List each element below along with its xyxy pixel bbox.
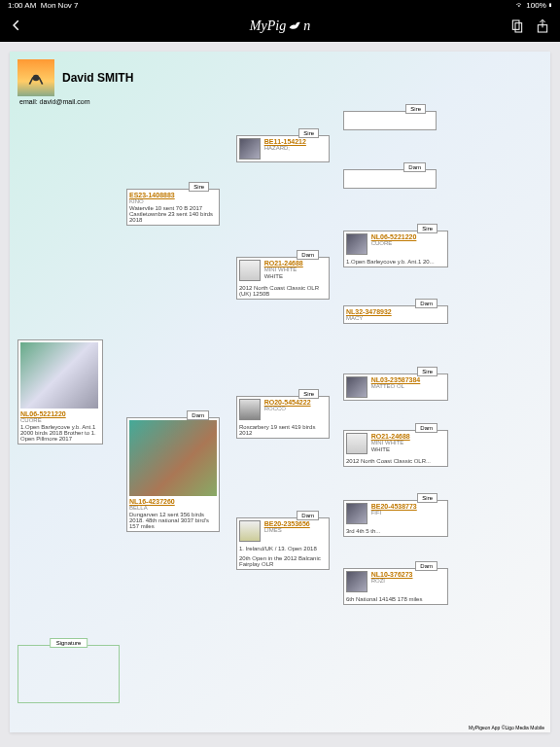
- ring-link[interactable]: ES23-1408883: [129, 192, 217, 198]
- app-logo: MyPig n: [250, 18, 310, 34]
- pigeon-image: [239, 138, 261, 160]
- sss3-card[interactable]: Sire: [343, 111, 437, 130]
- ring-link[interactable]: NL32-3478932: [346, 308, 445, 315]
- ring-link[interactable]: NL03-23587384: [371, 376, 421, 383]
- dd2-card[interactable]: Dam BE20-2353656 LIMES 1. Ireland/UK / 1…: [236, 517, 330, 570]
- pigeon-image: [346, 233, 368, 255]
- dam1-card[interactable]: Dam NL16-4237260 BELLA Dungarven 12 sent…: [126, 417, 220, 532]
- ring-link[interactable]: RO21-24688: [264, 260, 323, 267]
- signature-box[interactable]: Signature: [18, 645, 120, 703]
- pigeon-image: [20, 342, 98, 409]
- dsd3-card[interactable]: Dam RO21-24688 MINI WHITE WHITE 2012 Nor…: [343, 430, 448, 467]
- dss3-card[interactable]: Sire NL03-23587384 MATTEO OL: [343, 374, 448, 401]
- nav-bar: MyPig n: [0, 11, 560, 42]
- ring-link[interactable]: NL06-5221220: [20, 410, 100, 417]
- dds3-card[interactable]: Sire BE20-4538773 FIFI 3rd 4th 5 th...: [343, 500, 448, 537]
- share-icon[interactable]: [535, 18, 550, 34]
- pigeon-image: [346, 376, 368, 398]
- ssd3-card[interactable]: Dam: [343, 169, 437, 189]
- profile-email: email: david@mail.com: [19, 98, 542, 105]
- sds3-card[interactable]: Sire NL06-5221220 CUORE 1.Open Barleycov…: [343, 231, 448, 267]
- status-time: 1:00 AM: [8, 1, 36, 10]
- sdd3-card[interactable]: Dam NL32-3478932 MACY: [343, 305, 448, 324]
- pigeon-image: [346, 503, 368, 524]
- ring-link[interactable]: BE20-4538773: [371, 503, 417, 510]
- avatar: [18, 59, 54, 96]
- sd2-card[interactable]: Dam RO21-24688 MINI WHITE WHITE 2012 Nor…: [236, 257, 330, 300]
- ring-link[interactable]: RO20-5454222: [264, 399, 311, 406]
- ring-link[interactable]: BE11-154212: [264, 138, 306, 145]
- pigeon-image: [346, 571, 368, 592]
- profile-header: David SMITH: [18, 59, 542, 96]
- ddd3-card[interactable]: Dam NL10-376273 ROZI 6th National 1414B …: [343, 568, 448, 605]
- ring-link[interactable]: NL06-5221220: [371, 233, 417, 240]
- pigeon-image: [239, 399, 261, 420]
- status-date: Mon Nov 7: [41, 1, 79, 10]
- pigeon-image: [239, 260, 261, 281]
- ring-link[interactable]: NL10-376273: [371, 571, 413, 578]
- ds2-card[interactable]: Sire RO20-5454222 ROCCO Roscarbery 19 se…: [236, 396, 330, 439]
- footer-text: MyPigeon App ©Ligo Media Mobile: [469, 725, 544, 730]
- profile-name: David SMITH: [62, 71, 133, 85]
- pigeon-image: [239, 520, 261, 542]
- back-button[interactable]: [10, 17, 23, 37]
- ss2-card[interactable]: Sire BE11-154212 HAZARD;: [236, 135, 330, 162]
- ring-link[interactable]: BE20-2353656: [264, 520, 310, 527]
- pedigree-page: David SMITH email: david@mail.com NL06-5…: [10, 52, 550, 732]
- svg-rect-1: [515, 23, 522, 32]
- ring-link[interactable]: RO21-24688: [371, 433, 439, 440]
- pigeon-image: [129, 420, 217, 496]
- status-right: ᯤ 100% ▮: [516, 1, 552, 10]
- ring-link[interactable]: NL16-4237260: [129, 498, 217, 505]
- status-bar: 1:00 AM Mon Nov 7 ᯤ 100% ▮: [0, 0, 560, 11]
- print-icon[interactable]: [509, 18, 525, 34]
- pigeon-image: [346, 433, 368, 454]
- sire1-card[interactable]: Sire ES23-1408883 KINO Watervile 10 sent…: [126, 189, 220, 226]
- svg-rect-0: [512, 20, 519, 29]
- root-card[interactable]: NL06-5221220 CUORE 1.Open Barleycove y.b…: [18, 339, 103, 445]
